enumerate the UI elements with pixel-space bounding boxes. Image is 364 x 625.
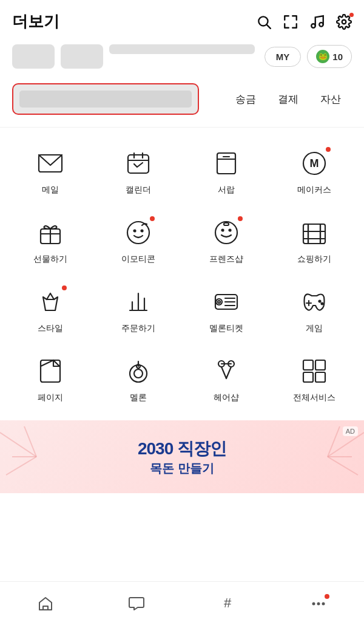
ad-badge: AD [343,426,358,436]
scan-icon[interactable] [283,14,298,30]
all-services-icon [298,355,331,388]
icon-item-gift[interactable]: 선물하기 [6,207,94,276]
svg-rect-26 [308,224,320,244]
friendsshop-label: 프렌즈샵 [209,254,243,265]
icon-item-mail[interactable]: 메일 [6,137,94,207]
icon-item-hairshop[interactable]: 헤어샵 [182,345,270,414]
settings-icon[interactable] [336,14,352,30]
svg-rect-69 [43,606,48,610]
drawer-icon [210,147,243,180]
shopping-icon [298,216,331,249]
points-value: 10 [332,52,343,62]
svg-text:#: # [224,595,232,610]
svg-line-55 [226,367,231,378]
game-label: 게임 [306,323,323,334]
search-nav-icon: # [219,595,236,612]
svg-rect-24 [224,223,229,225]
icon-item-melon[interactable]: 멜론 [94,345,182,414]
ad-sub-text: 목돈 만들기 [138,460,226,477]
chat-nav-icon [128,595,145,612]
game-icon [298,285,331,318]
icon-item-page[interactable]: 페이지 [6,345,94,414]
icon-item-makers[interactable]: M 메이커스 [270,137,358,207]
hairshop-icon [210,355,243,388]
page-title: 더보기 [12,11,59,32]
calendar-icon [122,147,155,180]
svg-line-62 [6,457,36,475]
page-label: 페이지 [38,392,63,403]
friendsshop-dot [238,216,243,221]
svg-rect-57 [303,360,313,370]
friendsshop-icon [210,216,243,249]
avatar-image-2 [61,44,103,69]
profile-avatars [12,44,255,69]
melon-ticket-label: 멜론티켓 [209,323,243,334]
nav-item-more[interactable] [310,595,327,612]
bank-card-content [19,91,192,108]
icon-item-melon-ticket[interactable]: 멜론티켓 [182,276,270,345]
style-icon [34,285,67,318]
bank-actions: 송금 결제 자산 [209,87,352,111]
style-dot [62,285,67,290]
gift-icon [34,216,67,249]
svg-line-1 [267,24,271,28]
nav-item-chat[interactable] [128,595,145,612]
icon-item-calendar[interactable]: 캘린더 [94,137,182,207]
calendar-label: 캘린더 [126,185,151,196]
icon-item-emoticon[interactable]: 이모티콘 [94,207,182,276]
ad-banner[interactable]: AD 2030 직장인 목돈 만들기 [0,420,364,493]
svg-line-47 [41,360,53,366]
melon-label: 멜론 [130,392,147,403]
icon-item-game[interactable]: 게임 [270,276,358,345]
profile-row: MY 🐸 10 [0,38,364,77]
emoticon-label: 이모티콘 [121,254,155,265]
bank-row: 송금 결제 자산 [0,77,364,123]
icon-item-style[interactable]: 스타일 [6,276,94,345]
payment-button[interactable]: 결제 [267,87,309,111]
music-icon[interactable] [309,14,325,30]
points-button[interactable]: 🐸 10 [307,45,352,68]
order-icon [122,285,155,318]
icon-item-order[interactable]: 주문하기 [94,276,182,345]
svg-point-72 [317,602,320,605]
header: 더보기 [0,0,364,38]
mail-label: 메일 [42,185,59,196]
svg-line-54 [221,367,226,378]
more-nav-icon [310,595,327,612]
svg-point-19 [133,230,135,232]
svg-point-38 [218,301,220,303]
profile-name [109,44,255,54]
settings-notification-dot [349,13,354,17]
bank-card[interactable] [12,83,199,115]
drawer-label: 서랍 [218,185,235,196]
icon-item-friendsshop[interactable]: 프렌즈샵 [182,207,270,276]
svg-point-23 [229,230,231,231]
bottom-navigation: # [0,581,364,625]
ad-main-text: 2030 직장인 [138,437,226,460]
my-button[interactable]: MY [265,47,302,67]
svg-point-4 [342,19,346,24]
mail-icon [34,147,67,180]
order-label: 주문하기 [121,323,155,334]
icon-item-drawer[interactable]: 서랍 [182,137,270,207]
transfer-button[interactable]: 송금 [224,87,267,111]
nav-item-home[interactable] [37,595,54,612]
hairshop-label: 헤어샵 [214,392,239,403]
svg-point-44 [318,301,320,302]
shopping-label: 쇼핑하기 [297,254,331,265]
makers-icon: M [298,147,331,180]
nav-item-search[interactable]: # [219,595,236,612]
svg-point-18 [127,222,149,244]
svg-point-2 [311,24,315,28]
icon-item-all-services[interactable]: 전체서비스 [270,345,358,414]
svg-line-61 [0,432,36,457]
search-icon[interactable] [256,14,272,30]
svg-rect-60 [315,372,325,382]
assets-button[interactable]: 자산 [309,87,352,111]
melon-icon [122,355,155,388]
svg-rect-25 [303,224,325,244]
home-nav-icon [37,595,54,612]
icon-item-shopping[interactable]: 쇼핑하기 [270,207,358,276]
emoticon-dot [150,216,155,221]
melon-ticket-icon [210,285,243,318]
